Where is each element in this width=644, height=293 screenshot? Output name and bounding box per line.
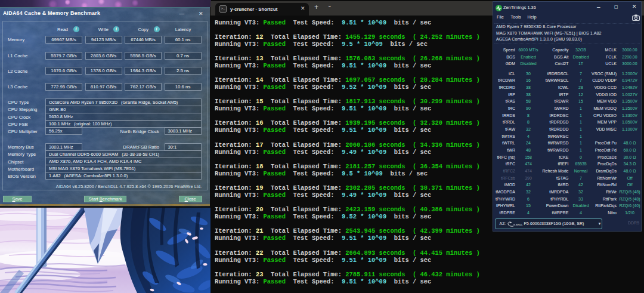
svg-text:G.SKILL: G.SKILL [513, 223, 523, 226]
